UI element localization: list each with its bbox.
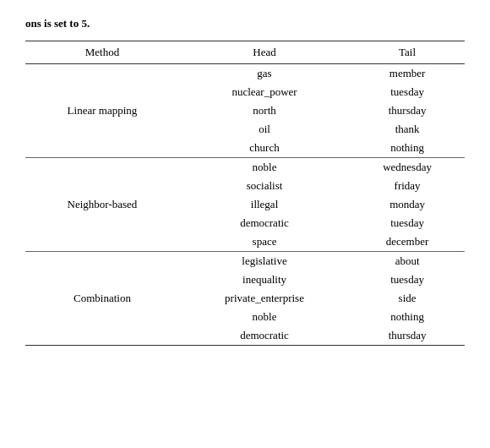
table-row: Linear mappingnorththursday [25,101,465,120]
method-cell [25,232,179,252]
table-row: Neighbor-basedillegalmonday [25,195,465,214]
method-cell [25,64,179,84]
head-value: space [179,232,350,252]
method-cell: Linear mapping [25,101,179,120]
method-cell [25,270,179,289]
tail-value: wednesday [350,158,465,178]
method-cell [25,83,179,101]
tail-column-header: Tail [350,41,465,64]
tail-value: december [350,232,465,252]
tail-value: thank [350,120,465,139]
method-cell [25,326,179,346]
head-value: private_enterprise [179,289,350,308]
table-row: legislativeabout [25,252,465,271]
tail-value: monday [350,195,465,214]
tail-value: thursday [350,101,465,120]
tail-value: member [350,64,465,84]
head-value: nuclear_power [179,83,350,101]
head-value: legislative [179,252,350,271]
table-row: spacedecember [25,232,465,252]
head-value: socialist [179,177,350,195]
table-row: democratictuesday [25,214,465,232]
tail-value: nothing [350,139,465,158]
tail-value: thursday [350,326,465,346]
table-row: socialistfriday [25,177,465,195]
head-value: noble [179,308,350,326]
tail-value: about [350,252,465,271]
table-row: nuclear_powertuesday [25,83,465,101]
method-cell [25,177,179,195]
head-value: north [179,101,350,120]
method-cell [25,214,179,232]
tail-value: nothing [350,308,465,326]
tail-value: tuesday [350,270,465,289]
method-cell: Neighbor-based [25,195,179,214]
head-value: democratic [179,214,350,232]
method-cell [25,308,179,326]
head-value: noble [179,158,350,178]
table-row: noblewednesday [25,158,465,178]
table-row: inequalitytuesday [25,270,465,289]
intro-text: ons is set to 5. [25,17,465,30]
head-value: inequality [179,270,350,289]
method-cell [25,139,179,158]
method-cell: Combination [25,289,179,308]
head-value: oil [179,120,350,139]
method-cell [25,120,179,139]
table-header-row: Method Head Tail [25,41,465,64]
tail-value: tuesday [350,214,465,232]
tail-value: side [350,289,465,308]
head-value: gas [179,64,350,84]
results-table: Method Head Tail gasmembernuclear_powert… [25,41,465,346]
head-value: illegal [179,195,350,214]
table-row: gasmember [25,64,465,84]
method-column-header: Method [25,41,179,64]
table-row: Combinationprivate_enterpriseside [25,289,465,308]
table-row: noblenothing [25,308,465,326]
table-row: churchnothing [25,139,465,158]
method-cell [25,158,179,178]
head-value: church [179,139,350,158]
method-cell [25,252,179,271]
table-row: oilthank [25,120,465,139]
head-value: democratic [179,326,350,346]
tail-value: friday [350,177,465,195]
table-row: democraticthursday [25,326,465,346]
tail-value: tuesday [350,83,465,101]
head-column-header: Head [179,41,350,64]
